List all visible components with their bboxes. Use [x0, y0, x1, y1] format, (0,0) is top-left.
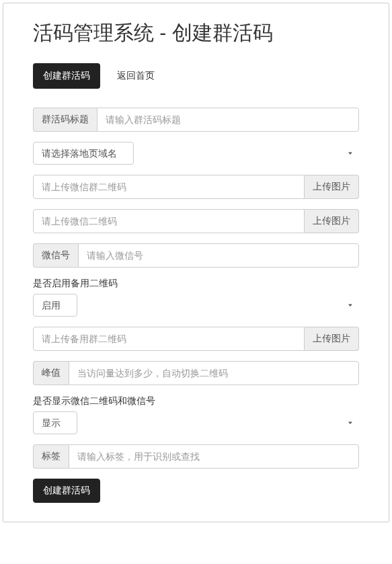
- nav-tabs: 创建群活码 返回首页: [33, 63, 359, 89]
- title-input[interactable]: [97, 108, 359, 132]
- show-wechat-select[interactable]: 显示: [33, 411, 77, 434]
- submit-button[interactable]: 创建群活码: [33, 479, 100, 503]
- wechat-id-input[interactable]: [78, 243, 359, 268]
- wechat-id-label: 微信号: [33, 243, 78, 268]
- backup-qr-upload-button[interactable]: 上传图片: [305, 327, 359, 351]
- group-qr-input[interactable]: [33, 175, 305, 199]
- group-qr-upload-button[interactable]: 上传图片: [305, 175, 359, 199]
- tab-create[interactable]: 创建群活码: [33, 63, 100, 89]
- backup-enable-select[interactable]: 启用: [33, 294, 77, 317]
- backup-enable-label: 是否启用备用二维码: [33, 278, 359, 290]
- tab-home[interactable]: 返回首页: [107, 63, 165, 89]
- page-title: 活码管理系统 - 创建群活码: [33, 19, 359, 47]
- show-wechat-label: 是否显示微信二维码和微信号: [33, 395, 359, 407]
- form-card: 活码管理系统 - 创建群活码 创建群活码 返回首页 群活码标题 请选择落地页域名…: [3, 3, 389, 522]
- domain-select[interactable]: 请选择落地页域名: [33, 142, 134, 165]
- wechat-qr-input[interactable]: [33, 209, 305, 233]
- title-label: 群活码标题: [33, 108, 97, 132]
- threshold-input[interactable]: [69, 361, 359, 385]
- backup-qr-input[interactable]: [33, 327, 305, 351]
- tag-input[interactable]: [69, 444, 359, 469]
- threshold-label: 峰值: [33, 361, 69, 385]
- wechat-qr-upload-button[interactable]: 上传图片: [305, 209, 359, 233]
- tag-label: 标签: [33, 444, 69, 469]
